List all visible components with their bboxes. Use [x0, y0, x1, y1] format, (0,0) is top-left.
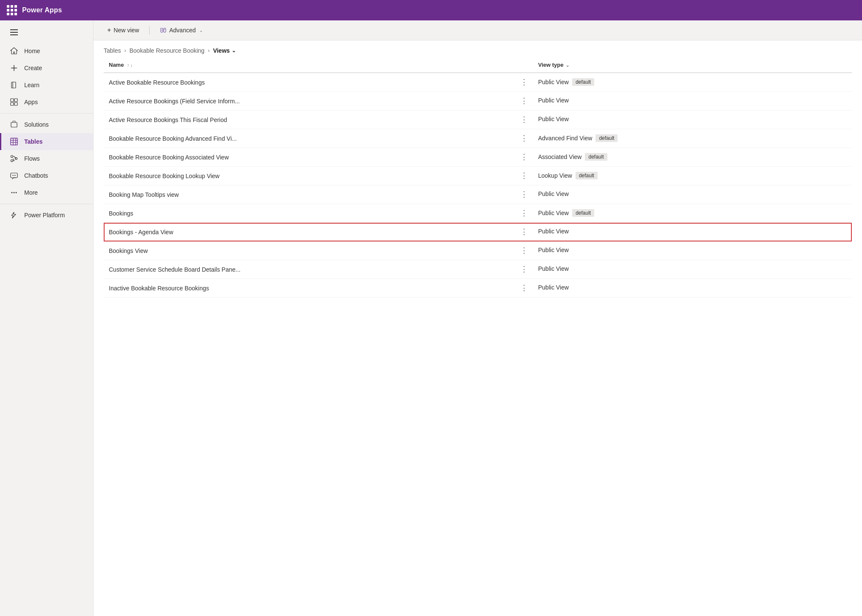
view-type-text: Public View	[538, 97, 569, 104]
cell-name: Bookable Resource Booking Associated Vie…	[104, 148, 515, 167]
cell-name: Active Resource Bookings This Fiscal Per…	[104, 111, 515, 129]
ellipsis-icon[interactable]: ⋮	[520, 190, 528, 199]
table-row[interactable]: Bookable Resource Booking Lookup View⋮Lo…	[104, 167, 852, 185]
sidebar-divider-2	[0, 204, 93, 204]
view-type-text: Public View	[538, 116, 569, 122]
view-type-text: Public View	[538, 265, 569, 272]
book-icon	[10, 81, 18, 89]
view-type-text: Public View	[538, 190, 569, 197]
view-type-text: Public View	[538, 228, 569, 235]
more-icon	[10, 188, 18, 197]
sidebar-tables-label: Tables	[24, 138, 85, 145]
svg-rect-10	[14, 102, 17, 105]
view-type-badge: default	[572, 209, 594, 217]
cell-actions[interactable]: ⋮	[515, 73, 533, 92]
new-view-label: New view	[113, 27, 139, 34]
svg-rect-2	[10, 34, 18, 35]
waffle-button[interactable]	[7, 5, 17, 15]
cell-actions[interactable]: ⋮	[515, 223, 533, 241]
svg-rect-0	[10, 29, 18, 30]
sidebar-item-power-platform[interactable]: Power Platform	[0, 207, 93, 224]
sidebar-item-home[interactable]: Home	[0, 43, 93, 60]
sidebar-more-label: More	[24, 189, 85, 196]
ellipsis-icon[interactable]: ⋮	[520, 284, 528, 292]
ellipsis-icon[interactable]: ⋮	[520, 246, 528, 255]
table-row[interactable]: Booking Map Tooltips view⋮Public View	[104, 185, 852, 204]
ellipsis-icon[interactable]: ⋮	[520, 227, 528, 236]
advanced-button[interactable]: Advanced ⌄	[156, 25, 206, 35]
breadcrumb-bookable-resource[interactable]: Bookable Resource Booking	[129, 47, 204, 54]
table-row[interactable]: Active Resource Bookings This Fiscal Per…	[104, 111, 852, 129]
breadcrumb-current[interactable]: Views ⌄	[213, 47, 235, 54]
cell-actions[interactable]: ⋮	[515, 167, 533, 185]
ellipsis-icon[interactable]: ⋮	[520, 171, 528, 180]
apps-icon	[10, 98, 18, 106]
col-view-type[interactable]: View type ⌄	[533, 57, 852, 73]
table-row[interactable]: Active Bookable Resource Bookings⋮Public…	[104, 73, 852, 92]
svg-point-19	[11, 160, 13, 162]
table-row[interactable]: Customer Service Schedule Board Details …	[104, 260, 852, 279]
sidebar-apps-label: Apps	[24, 99, 85, 105]
cell-name: Active Bookable Resource Bookings	[104, 73, 515, 92]
cell-actions[interactable]: ⋮	[515, 260, 533, 279]
sidebar-chatbots-label: Chatbots	[24, 172, 85, 179]
cell-actions[interactable]: ⋮	[515, 92, 533, 111]
sidebar-item-apps[interactable]: Apps	[0, 94, 93, 111]
table-row[interactable]: Bookings⋮Public Viewdefault	[104, 204, 852, 223]
ellipsis-icon[interactable]: ⋮	[520, 78, 528, 86]
tables-icon	[10, 137, 18, 146]
table-container: Name ↑ ↓ View type ⌄ Active Bookable Res…	[94, 57, 862, 616]
cell-actions[interactable]: ⋮	[515, 111, 533, 129]
cell-actions[interactable]: ⋮	[515, 185, 533, 204]
sidebar-flows-label: Flows	[24, 155, 85, 162]
col-name[interactable]: Name ↑ ↓	[104, 57, 515, 73]
cell-actions[interactable]: ⋮	[515, 129, 533, 148]
svg-rect-5	[11, 82, 16, 88]
home-icon	[10, 47, 18, 55]
col-view-type-sort[interactable]: ⌄	[566, 63, 569, 68]
svg-rect-8	[14, 99, 17, 102]
table-row[interactable]: Bookings - Agenda View⋮Public View	[104, 223, 852, 241]
app-title: Power Apps	[22, 6, 62, 14]
ellipsis-icon[interactable]: ⋮	[520, 134, 528, 142]
cell-actions[interactable]: ⋮	[515, 279, 533, 298]
cell-view-type: Public View	[533, 241, 852, 258]
table-row[interactable]: Inactive Bookable Resource Bookings⋮Publ…	[104, 279, 852, 298]
sort-icons[interactable]: ↑ ↓	[127, 63, 133, 68]
breadcrumb-tables[interactable]: Tables	[104, 47, 121, 54]
sidebar-item-chatbots[interactable]: Chatbots	[0, 167, 93, 184]
sidebar-item-more[interactable]: More	[0, 184, 93, 201]
cell-actions[interactable]: ⋮	[515, 241, 533, 260]
svg-point-23	[15, 175, 16, 176]
sidebar-learn-label: Learn	[24, 82, 85, 88]
table-row[interactable]: Active Resource Bookings (Field Service …	[104, 92, 852, 111]
cell-actions[interactable]: ⋮	[515, 204, 533, 223]
cell-actions[interactable]: ⋮	[515, 148, 533, 167]
hamburger-button[interactable]	[0, 24, 93, 41]
ellipsis-icon[interactable]: ⋮	[520, 153, 528, 161]
ellipsis-icon[interactable]: ⋮	[520, 209, 528, 217]
svg-rect-12	[11, 138, 17, 145]
sidebar-item-tables[interactable]: Tables	[0, 133, 93, 150]
table-row[interactable]: Bookable Resource Booking Advanced Find …	[104, 129, 852, 148]
ellipsis-icon[interactable]: ⋮	[520, 265, 528, 273]
hamburger-icon	[10, 28, 18, 37]
advanced-filter-icon	[160, 27, 167, 34]
svg-point-26	[16, 192, 17, 193]
ellipsis-icon[interactable]: ⋮	[520, 97, 528, 105]
sidebar-item-flows[interactable]: Flows	[0, 150, 93, 167]
view-type-text: Lookup View	[538, 172, 572, 179]
sidebar-item-solutions[interactable]: Solutions	[0, 116, 93, 133]
cell-view-type: Advanced Find Viewdefault	[533, 129, 852, 147]
sidebar: Home Create Learn	[0, 20, 94, 616]
view-type-badge: default	[576, 172, 598, 179]
table-row[interactable]: Bookings View⋮Public View	[104, 241, 852, 260]
cell-view-type: Lookup Viewdefault	[533, 167, 852, 185]
sidebar-item-create[interactable]: Create	[0, 60, 93, 77]
sidebar-item-learn[interactable]: Learn	[0, 77, 93, 94]
svg-rect-28	[164, 28, 166, 32]
new-view-button[interactable]: + New view	[104, 25, 142, 36]
ellipsis-icon[interactable]: ⋮	[520, 115, 528, 124]
breadcrumb-current-label: Views	[213, 47, 230, 54]
table-row[interactable]: Bookable Resource Booking Associated Vie…	[104, 148, 852, 167]
